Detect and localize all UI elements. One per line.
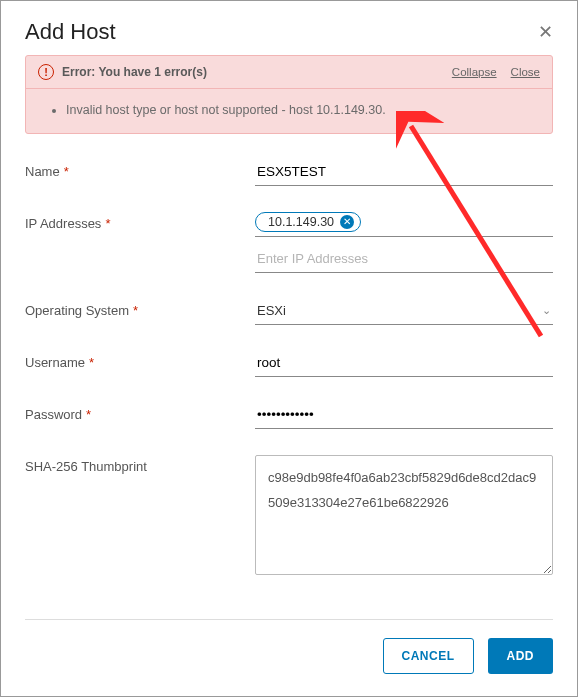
close-link[interactable]: Close: [511, 66, 540, 78]
chevron-down-icon: ⌄: [542, 304, 551, 317]
row-ip: IP Addresses* 10.1.149.30 ✕ Enter IP Add…: [25, 212, 553, 273]
password-input[interactable]: [255, 403, 553, 429]
os-select[interactable]: ESXi ⌄: [255, 299, 553, 325]
add-button[interactable]: ADD: [488, 638, 554, 674]
collapse-link[interactable]: Collapse: [452, 66, 497, 78]
label-os-text: Operating System: [25, 303, 129, 318]
form: Name* IP Addresses* 10.1.149.30 ✕ Enter …: [25, 160, 553, 604]
label-thumbprint: SHA-256 Thumbprint: [25, 455, 255, 474]
required-asterisk: *: [86, 407, 91, 422]
error-message: Invalid host type or host not supported …: [66, 103, 540, 117]
ip-chip-line: 10.1.149.30 ✕: [255, 212, 553, 237]
ip-chip-text: 10.1.149.30: [268, 215, 334, 229]
row-thumbprint: SHA-256 Thumbprint: [25, 455, 553, 578]
modal-footer: CANCEL ADD: [25, 619, 553, 674]
row-name: Name*: [25, 160, 553, 186]
label-username: Username*: [25, 351, 255, 370]
required-asterisk: *: [89, 355, 94, 370]
error-body: Invalid host type or host not supported …: [26, 89, 552, 133]
error-title: Error: You have 1 error(s): [62, 65, 452, 79]
label-password-text: Password: [25, 407, 82, 422]
add-host-modal: Add Host ✕ ! Error: You have 1 error(s) …: [0, 0, 578, 697]
field-thumbprint: [255, 455, 553, 578]
close-icon[interactable]: ✕: [538, 23, 553, 41]
error-banner: ! Error: You have 1 error(s) Collapse Cl…: [25, 55, 553, 134]
cancel-button[interactable]: CANCEL: [383, 638, 474, 674]
modal-title: Add Host: [25, 19, 116, 45]
field-username: [255, 351, 553, 377]
required-asterisk: *: [133, 303, 138, 318]
field-os: ESXi ⌄: [255, 299, 553, 325]
error-links: Collapse Close: [452, 66, 540, 78]
error-icon: !: [38, 64, 54, 80]
label-ip-text: IP Addresses: [25, 216, 101, 231]
label-os: Operating System*: [25, 299, 255, 318]
label-password: Password*: [25, 403, 255, 422]
field-password: [255, 403, 553, 429]
label-ip: IP Addresses*: [25, 212, 255, 231]
error-header: ! Error: You have 1 error(s) Collapse Cl…: [26, 56, 552, 89]
username-input[interactable]: [255, 351, 553, 377]
name-input[interactable]: [255, 160, 553, 186]
required-asterisk: *: [64, 164, 69, 179]
required-asterisk: *: [105, 216, 110, 231]
field-name: [255, 160, 553, 186]
label-name: Name*: [25, 160, 255, 179]
modal-header: Add Host ✕: [25, 19, 553, 45]
ip-input[interactable]: Enter IP Addresses: [255, 245, 553, 273]
os-value: ESXi: [257, 303, 286, 318]
ip-chip: 10.1.149.30 ✕: [255, 212, 361, 232]
ip-chip-remove-icon[interactable]: ✕: [340, 215, 354, 229]
row-username: Username*: [25, 351, 553, 377]
label-name-text: Name: [25, 164, 60, 179]
row-os: Operating System* ESXi ⌄: [25, 299, 553, 325]
label-username-text: Username: [25, 355, 85, 370]
field-ip: 10.1.149.30 ✕ Enter IP Addresses: [255, 212, 553, 273]
thumbprint-textarea[interactable]: [255, 455, 553, 575]
row-password: Password*: [25, 403, 553, 429]
label-thumbprint-text: SHA-256 Thumbprint: [25, 459, 147, 474]
